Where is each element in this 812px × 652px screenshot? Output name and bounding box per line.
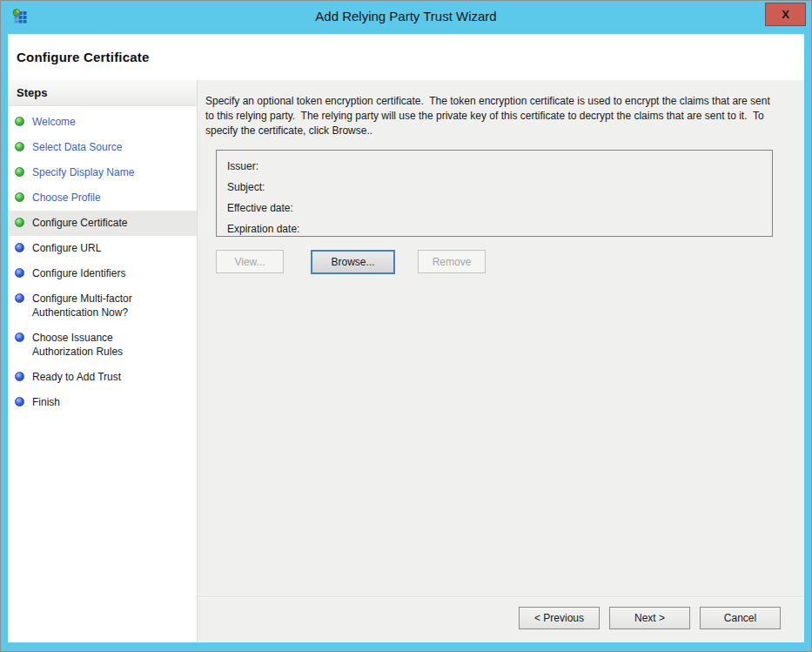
step-item[interactable]: Configure Certificate <box>8 211 197 236</box>
step-pending-icon <box>15 268 24 278</box>
step-pending-icon <box>15 243 24 252</box>
certificate-field-row: Issuer: <box>227 156 772 177</box>
step-pending-icon <box>15 333 24 342</box>
step-label: Welcome <box>32 115 76 129</box>
step-label: Ready to Add Trust <box>32 370 121 384</box>
step-complete-icon <box>15 167 24 177</box>
wizard-body: Steps WelcomeSelect Data SourceSpecify D… <box>8 80 804 642</box>
wizard-footer: < Previous Next > Cancel <box>198 596 804 642</box>
certificate-field-row: Effective date: <box>227 198 772 218</box>
cancel-button[interactable]: Cancel <box>700 607 781 629</box>
view-button[interactable]: View... <box>216 250 284 273</box>
next-button[interactable]: Next > <box>609 607 690 629</box>
previous-button[interactable]: < Previous <box>519 607 600 629</box>
close-icon: X <box>782 8 789 21</box>
step-label: Configure Identifiers <box>32 266 125 280</box>
step-complete-icon <box>15 192 24 202</box>
certificate-field-label: Expiration date: <box>227 223 299 235</box>
steps-sidebar: Steps WelcomeSelect Data SourceSpecify D… <box>8 80 198 642</box>
step-item: Configure Identifiers <box>8 261 197 286</box>
wizard-window: Add Relying Party Trust Wizard X Configu… <box>0 0 812 652</box>
certificate-actions: View... Browse... Remove <box>216 250 804 274</box>
page-header: Configure Certificate <box>8 34 804 80</box>
step-item: Configure Multi-factor Authentication No… <box>8 286 197 326</box>
instruction-text: Specify an optional token encryption cer… <box>205 94 773 138</box>
certificate-field-row: Subject: <box>227 177 772 198</box>
step-label: Configure URL <box>32 241 101 255</box>
step-item: Configure URL <box>8 236 197 261</box>
step-pending-icon <box>15 397 24 407</box>
step-label: Finish <box>32 395 60 409</box>
step-item[interactable]: Select Data Source <box>8 135 197 160</box>
step-item[interactable]: Welcome <box>8 110 197 135</box>
step-item: Choose Issuance Authorization Rules <box>8 326 197 365</box>
step-label: Choose Profile <box>32 191 101 205</box>
step-item[interactable]: Specify Display Name <box>8 160 197 185</box>
page-content: Specify an optional token encryption cer… <box>198 80 804 596</box>
step-item[interactable]: Choose Profile <box>8 185 197 211</box>
spacer <box>284 250 311 274</box>
window-title: Add Relying Party Trust Wizard <box>1 1 811 34</box>
step-item: Finish <box>8 390 197 415</box>
steps-heading: Steps <box>8 80 197 106</box>
step-label: Choose Issuance Authorization Rules <box>32 331 163 359</box>
step-label: Specify Display Name <box>32 165 134 179</box>
step-complete-icon <box>15 142 24 151</box>
steps-list: WelcomeSelect Data SourceSpecify Display… <box>8 106 197 415</box>
certificate-field-label: Effective date: <box>227 202 293 214</box>
certificate-field-row: Expiration date: <box>227 218 772 239</box>
remove-button[interactable]: Remove <box>418 250 486 273</box>
step-complete-icon <box>15 117 24 126</box>
step-label: Configure Certificate <box>32 216 127 230</box>
page-title: Configure Certificate <box>8 50 150 64</box>
spacer <box>395 250 418 274</box>
step-label: Select Data Source <box>32 140 122 154</box>
step-pending-icon <box>15 293 24 303</box>
step-pending-icon <box>15 372 24 381</box>
certificate-field-label: Issuer: <box>227 160 258 172</box>
step-label: Configure Multi-factor Authentication No… <box>32 292 163 319</box>
close-button[interactable]: X <box>765 3 806 26</box>
step-item: Ready to Add Trust <box>8 365 197 390</box>
certificate-field-label: Subject: <box>227 181 265 193</box>
wizard-page: Specify an optional token encryption cer… <box>198 80 804 642</box>
browse-button[interactable]: Browse... <box>311 250 395 274</box>
certificate-info-box: Issuer:Subject:Effective date:Expiration… <box>216 150 773 237</box>
titlebar[interactable]: Add Relying Party Trust Wizard X <box>1 1 811 34</box>
step-complete-icon <box>15 218 24 227</box>
